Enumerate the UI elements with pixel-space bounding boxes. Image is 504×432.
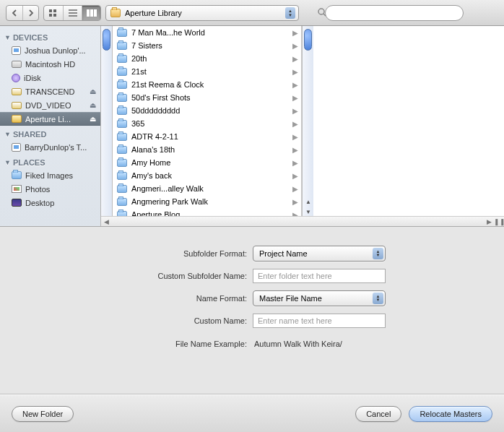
folder-row[interactable]: Angmeri...alley Walk▶ [113, 182, 301, 195]
folder-row[interactable]: 50ddddddddd▶ [113, 104, 301, 117]
sidebar-item[interactable]: Aperture Li...⏏ [0, 112, 100, 126]
chevron-right-icon: ▶ [292, 55, 298, 63]
svg-rect-2 [49, 14, 52, 17]
toolbar: Aperture Library ▲▼ [0, 0, 504, 26]
idisk-icon [12, 74, 20, 82]
chevron-right-icon: ▶ [292, 68, 298, 76]
subfolder-format-select[interactable]: Project Name▲▼ [253, 246, 386, 262]
column-view: 7 Man Ma...he World▶7 Sisters▶20th▶21st▶… [101, 26, 504, 226]
folder-icon [12, 171, 22, 179]
sidebar-item[interactable]: Photos [0, 182, 100, 196]
folder-label: ADTR 4-2-11 [131, 132, 288, 141]
folder-row[interactable]: Amy Home▶ [113, 156, 301, 169]
sidebar-item-label: iDisk [24, 74, 41, 82]
mac-icon [12, 143, 21, 152]
sidebar-section-header[interactable]: ▼DEVICES [0, 29, 100, 43]
search-input[interactable] [325, 5, 464, 21]
folder-row[interactable]: Alana's 18th▶ [113, 143, 301, 156]
sidebar-item[interactable]: Desktop [0, 196, 100, 209]
column-view-button[interactable] [82, 6, 100, 20]
sidebar-item[interactable]: DVD_VIDEO⏏ [0, 98, 100, 112]
chevron-right-icon: ▶ [292, 120, 298, 128]
folder-icon [117, 107, 127, 115]
sidebar-item-label: TRANSCEND [25, 87, 74, 96]
sidebar-item-label: DVD_VIDEO [25, 101, 71, 110]
relocate-masters-button[interactable]: Relocate Masters [409, 406, 492, 422]
section-title: PLACES [13, 158, 45, 167]
sidebar-item-label: Fiked Images [25, 171, 73, 180]
sidebar-item[interactable]: TRANSCEND⏏ [0, 85, 100, 98]
nav-buttons [6, 5, 39, 21]
eject-icon[interactable]: ⏏ [90, 87, 96, 95]
chevron-right-icon: ▶ [292, 94, 298, 102]
chevron-right-icon: ▶ [292, 29, 298, 37]
folder-row[interactable]: 21st Reema & Clock▶ [113, 78, 301, 91]
scroll-thumb[interactable] [304, 29, 312, 51]
cancel-button[interactable]: Cancel [355, 406, 401, 422]
scroll-up-icon[interactable]: ▲ [304, 197, 313, 206]
scroll-right-icon[interactable]: ▶ [484, 218, 494, 225]
chevron-right-icon: ▶ [292, 172, 298, 180]
path-label: Aperture Library [125, 9, 182, 17]
app-icon [12, 115, 22, 123]
folder-label: Angmeri...alley Walk [131, 184, 288, 193]
folder-icon [110, 9, 121, 17]
folder-icon [117, 159, 127, 167]
folder-icon [117, 94, 127, 102]
list-view-button[interactable] [63, 6, 82, 20]
folder-row[interactable]: 20th▶ [113, 52, 301, 65]
sidebar-section-header[interactable]: ▼PLACES [0, 154, 100, 168]
folder-label: 7 Sisters [131, 41, 288, 50]
scroll-left-icon[interactable]: ◀ [101, 218, 111, 225]
folder-row[interactable]: 7 Sisters▶ [113, 39, 301, 52]
scrollbar-mid[interactable]: ▲ ▼ [302, 26, 313, 226]
svg-rect-7 [87, 9, 90, 17]
custom-subfolder-label: Custom Subfolder Name: [0, 272, 247, 280]
eject-icon[interactable]: ⏏ [90, 115, 96, 123]
folder-row[interactable]: Amy's back▶ [113, 169, 301, 182]
scroll-thumb[interactable] [103, 29, 110, 51]
sidebar-section-header[interactable]: ▼SHARED [0, 126, 100, 140]
name-format-select[interactable]: Master File Name▲▼ [253, 290, 386, 306]
sidebar-item[interactable]: BarryDunlop's T... [0, 140, 100, 154]
forward-button[interactable] [22, 6, 38, 20]
folder-row[interactable]: 50d's First Shots▶ [113, 91, 301, 104]
sidebar-item-label: Desktop [25, 199, 54, 207]
sidebar-item[interactable]: iDisk [0, 71, 100, 85]
folder-row[interactable]: 365▶ [113, 117, 301, 130]
chevron-right-icon: ▶ [292, 185, 298, 193]
section-title: SHARED [13, 130, 46, 139]
new-folder-button[interactable]: New Folder [12, 406, 74, 422]
button-label: Cancel [366, 410, 391, 418]
select-value: Master File Name [259, 294, 322, 303]
back-button[interactable] [6, 6, 22, 20]
svg-rect-3 [53, 14, 56, 17]
scroll-down-icon[interactable]: ▼ [304, 207, 313, 216]
custom-name-input[interactable] [253, 314, 386, 328]
svg-rect-0 [49, 9, 52, 12]
select-value: Project Name [259, 249, 308, 258]
chevron-right-icon: ▶ [292, 133, 298, 141]
icon-view-button[interactable] [44, 6, 63, 20]
path-dropdown[interactable]: Aperture Library ▲▼ [105, 5, 299, 21]
example-label: File Name Example: [0, 340, 247, 348]
scroll-right2-icon[interactable]: ❚❚ [494, 218, 504, 225]
folder-row[interactable]: ADTR 4-2-11▶ [113, 130, 301, 143]
folder-label: 365 [131, 119, 288, 128]
disclosure-icon: ▼ [4, 34, 11, 41]
eject-icon[interactable]: ⏏ [90, 101, 96, 109]
folder-row[interactable]: 7 Man Ma...he World▶ [113, 26, 301, 39]
updown-icon: ▲▼ [373, 293, 383, 304]
options-form: Subfolder Format: Project Name▲▼ Custom … [0, 227, 504, 394]
sidebar-item[interactable]: Fiked Images [0, 168, 100, 182]
custom-subfolder-input[interactable] [253, 269, 386, 283]
browser-area: ▼DEVICESJoshua Dunlop'...Macintosh HDiDi… [0, 26, 504, 227]
folder-row[interactable]: Angmering Park Walk▶ [113, 195, 301, 208]
sidebar-item[interactable]: Joshua Dunlop'... [0, 43, 100, 57]
horizontal-scrollbar[interactable]: ◀ ▶ ❚❚ [101, 216, 504, 226]
desktop-icon [12, 199, 22, 207]
scrollbar-left[interactable] [101, 26, 113, 226]
sidebar-item[interactable]: Macintosh HD [0, 57, 100, 71]
folder-row[interactable]: 21st▶ [113, 65, 301, 78]
folder-label: 7 Man Ma...he World [131, 28, 288, 37]
